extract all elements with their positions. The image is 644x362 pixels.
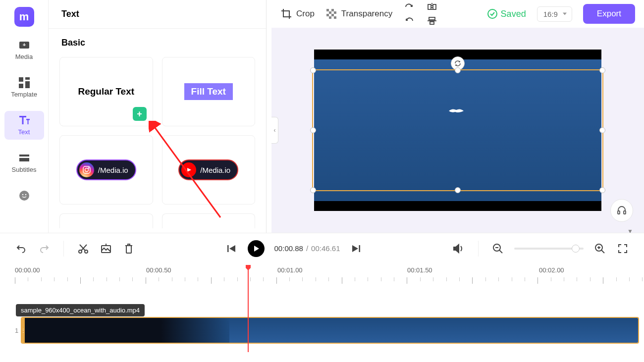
rotate-group (403, 1, 415, 27)
sidebar-item-template[interactable]: Template (4, 73, 44, 102)
playhead-head-icon (245, 264, 252, 271)
svg-rect-41 (359, 245, 361, 252)
fill-text-label: Fill Text (184, 83, 233, 100)
canvas-area[interactable]: ‹ ▼ (271, 28, 644, 233)
text-card-regular[interactable]: Regular Text + (59, 57, 153, 126)
timeline-ruler[interactable]: 00:00.00 00:00.50 00:01.00 00:01.50 00:0… (0, 263, 644, 287)
transparency-label: Transparency (341, 9, 392, 19)
add-text-button[interactable]: + (133, 107, 147, 121)
svg-rect-25 (433, 4, 436, 9)
rotate-right-icon[interactable] (403, 1, 415, 13)
resize-handle-mr[interactable] (599, 127, 605, 133)
flip-horizontal-icon[interactable] (426, 1, 438, 13)
undo-button[interactable] (15, 242, 28, 255)
svg-rect-20 (326, 14, 329, 16)
folder-plus-icon: + (17, 40, 31, 51)
resize-handle-br[interactable] (599, 187, 605, 193)
ruler-label: 00:00.00 (15, 266, 40, 274)
crop-button[interactable]: Crop (280, 8, 315, 20)
svg-rect-23 (334, 16, 336, 19)
text-panel: Text Basic Regular Text + Fill Text /Med… (49, 0, 267, 233)
panel-title: Text (49, 0, 266, 29)
cut-button[interactable] (77, 242, 90, 255)
align-icon[interactable] (426, 15, 438, 27)
app-logo[interactable]: m (14, 7, 34, 27)
instagram-icon (79, 162, 94, 177)
resize-handle-bc[interactable] (455, 187, 461, 193)
export-button[interactable]: Export (583, 4, 635, 24)
zoom-thumb[interactable] (572, 245, 580, 253)
transparency-icon (325, 8, 337, 20)
fullscreen-button[interactable] (616, 242, 629, 255)
text-card-instagram[interactable]: /Media.io (59, 135, 153, 205)
social-handle: /Media.io (98, 166, 128, 174)
resize-handle-tl[interactable] (310, 67, 316, 73)
panel-section-basic: Basic (49, 29, 266, 57)
svg-marker-40 (352, 245, 358, 252)
transparency-button[interactable]: Transparency (325, 8, 392, 20)
timeline-clip[interactable]: ⋮ (21, 317, 639, 344)
svg-point-9 (22, 194, 23, 196)
regular-text-label: Regular Text (78, 86, 134, 97)
svg-marker-42 (454, 245, 459, 253)
sidebar-item-media[interactable]: + Media (4, 36, 44, 64)
ruler-label: 00:02.00 (539, 266, 564, 274)
svg-rect-6 (19, 155, 29, 156)
resize-handle-tc[interactable] (455, 67, 461, 73)
redo-button[interactable] (38, 242, 51, 255)
resize-handle-tr[interactable] (599, 67, 605, 73)
check-circle-icon (487, 8, 498, 19)
sidebar-item-more[interactable] (4, 186, 44, 205)
headset-button[interactable] (610, 199, 633, 222)
saved-label: Saved (501, 9, 526, 19)
delete-button[interactable] (122, 242, 135, 255)
aspect-ratio-select[interactable]: 16:9 (537, 6, 572, 22)
ruler-label: 00:00.50 (146, 266, 171, 274)
zoom-out-button[interactable] (491, 242, 504, 255)
svg-point-10 (25, 194, 26, 196)
youtube-icon (181, 162, 196, 177)
saved-status: Saved (487, 8, 526, 19)
playhead[interactable] (248, 265, 249, 352)
playback-controls: 00:00.88 / 00:46.61 (0, 233, 644, 263)
svg-rect-2 (19, 77, 23, 82)
collapse-panel-button[interactable]: ‹ (271, 117, 278, 144)
skip-forward-button[interactable] (350, 242, 363, 255)
text-card-youtube[interactable]: /Media.io (162, 135, 256, 205)
text-card-more[interactable] (162, 213, 256, 228)
rotate-left-icon[interactable] (403, 15, 415, 27)
svg-rect-4 (25, 81, 30, 88)
bird-graphic (446, 106, 466, 116)
zoom-slider[interactable] (514, 248, 584, 250)
skip-back-button[interactable] (225, 242, 238, 255)
svg-line-44 (499, 250, 502, 253)
subtitles-icon (17, 153, 31, 163)
sidebar-item-subtitles[interactable]: Subtitles (4, 149, 44, 177)
sidebar-item-text[interactable]: Text (4, 111, 44, 140)
svg-marker-14 (187, 168, 191, 172)
svg-rect-17 (331, 9, 334, 11)
play-button[interactable] (248, 240, 265, 257)
sidebar-label: Text (18, 128, 30, 136)
zoom-in-button[interactable] (593, 242, 606, 255)
timeline-track: 1 ⋮ (15, 317, 639, 344)
resize-handle-bl[interactable] (310, 187, 316, 193)
image-button[interactable] (100, 242, 112, 255)
svg-marker-38 (229, 245, 235, 252)
text-card-more[interactable] (59, 213, 153, 228)
crop-label: Crop (296, 9, 315, 19)
top-toolbar: Crop Transparency Saved 16:9 Export (271, 0, 644, 28)
svg-rect-32 (624, 211, 626, 214)
svg-rect-31 (618, 211, 620, 214)
text-card-fill[interactable]: Fill Text (162, 57, 256, 126)
ruler-label: 00:01.00 (277, 266, 303, 274)
svg-rect-3 (25, 77, 30, 80)
svg-point-30 (488, 9, 497, 18)
svg-point-13 (88, 167, 89, 168)
emoji-icon (17, 190, 31, 201)
svg-point-12 (85, 168, 88, 172)
video-frame[interactable] (314, 50, 601, 211)
resize-handle-ml[interactable] (310, 127, 316, 133)
volume-button[interactable] (452, 242, 465, 255)
ruler-label: 00:01.50 (407, 266, 432, 274)
